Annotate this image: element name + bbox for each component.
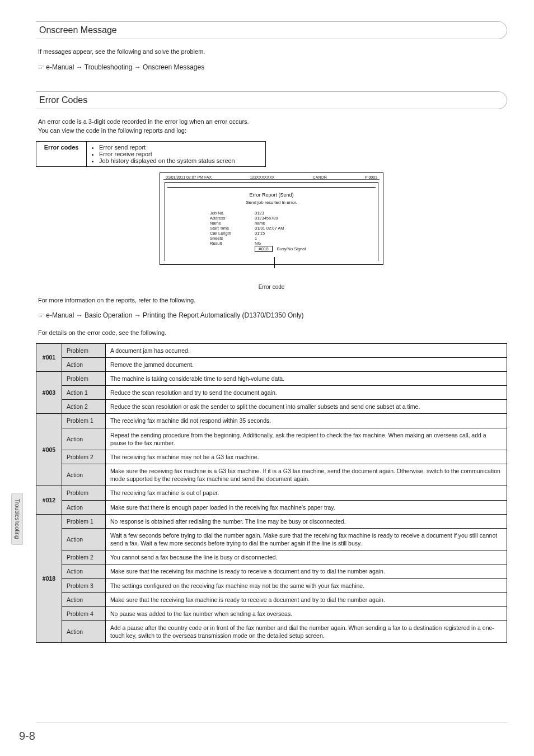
row-key: Action [62, 500, 106, 514]
breadcrumb-rest: Troubleshooting → Onscreen Messages [85, 63, 204, 71]
errorcodes-box-label: Error codes [36, 141, 87, 166]
report-field-key: Sheets [210, 236, 255, 241]
section-onscreen: Onscreen Message [36, 21, 507, 39]
error-code-cell: #018 [36, 514, 62, 643]
row-value: The receiving fax machine may not be a G… [106, 450, 507, 464]
table-row: ActionMake sure that there is enough pap… [36, 500, 507, 514]
row-value: Make sure that the receiving fax machine… [106, 564, 507, 578]
section-title-errorcodes: Error Codes [39, 95, 87, 105]
report-title: Error Report (Send) [167, 192, 376, 198]
row-value: Add a pause after the country code or in… [106, 621, 507, 643]
row-key: Action [62, 464, 106, 486]
report-field-key: Call Length [210, 231, 255, 236]
breadcrumb-prefix: ☞ e-Manual → [38, 311, 83, 319]
page-number: 9-8 [19, 730, 35, 743]
breadcrumb-prefix: ☞ e-Manual → [38, 63, 83, 71]
row-key: Problem 3 [62, 578, 106, 592]
table-row: Action 2Reduce the scan resolution or as… [36, 400, 507, 414]
report-top-left: 01/01/2011 02:07 PM FAX [166, 175, 212, 179]
list-item: Error receive report [99, 151, 260, 157]
row-key: Problem 2 [62, 450, 106, 464]
row-value: Remove the jammed document. [106, 357, 507, 371]
row-value: You cannot send a fax because the line i… [106, 550, 507, 564]
row-key: Problem 2 [62, 550, 106, 564]
onscreen-intro: If messages appear, see the following an… [38, 47, 507, 57]
table-row: Action 1Reduce the scan resolution and t… [36, 386, 507, 400]
section-title-onscreen: Onscreen Message [39, 25, 117, 35]
report-top-right-a: CANON [313, 175, 327, 179]
row-value: Repeat the sending procedure from the be… [106, 428, 507, 450]
report-fields: Job No.0123 Address0123456789 Namename S… [210, 211, 333, 252]
leader-line [274, 257, 275, 268]
error-codes-table: #001ProblemA document jam has occurred.A… [36, 343, 507, 643]
table-row: Problem 2You cannot send a fax because t… [36, 550, 507, 564]
error-report-figure: 01/01/2011 02:07 PM FAX 123XXXXXXX CANON… [160, 172, 383, 290]
table-row: ActionRepeat the sending procedure from … [36, 428, 507, 450]
report-field-val: 01/01 02:07 AM [255, 226, 333, 231]
row-key: Action 1 [62, 386, 106, 400]
row-key: Action [62, 528, 106, 550]
footer-rule [36, 722, 507, 722]
list-item: Error send report [99, 144, 260, 151]
row-key: Action [62, 621, 106, 643]
row-value: Make sure that there is enough paper loa… [106, 500, 507, 514]
row-value: No pause was added to the fax number whe… [106, 606, 507, 620]
row-key: Problem 4 [62, 606, 106, 620]
table-row: ActionMake sure that the receiving fax m… [36, 564, 507, 578]
row-key: Action [62, 357, 106, 371]
table-row: #005Problem 1The receiving fax machine d… [36, 414, 507, 428]
table-row: #012ProblemThe receiving fax machine is … [36, 486, 507, 500]
row-key: Action [62, 592, 106, 606]
report-top-right-b: P 0001 [365, 175, 377, 179]
row-key: Action [62, 564, 106, 578]
row-key: Problem [62, 371, 106, 385]
error-code-cell: #012 [36, 486, 62, 514]
after-figure-breadcrumb: ☞ e-Manual → Basic Operation → Printing … [38, 310, 507, 320]
figure-caption: Error code [160, 284, 383, 290]
report-subtitle: Send job resulted in error. [167, 200, 376, 205]
table-row: ActionAdd a pause after the country code… [36, 621, 507, 643]
row-value: Make sure the receiving fax machine is a… [106, 464, 507, 486]
onscreen-breadcrumb: ☞ e-Manual → Troubleshooting → Onscreen … [38, 62, 507, 72]
report-field-key: Address [210, 216, 255, 221]
row-value: The machine is taking considerable time … [106, 371, 507, 385]
error-code-cell: #003 [36, 371, 62, 414]
row-key: Action 2 [62, 400, 106, 414]
error-code-cell: #001 [36, 343, 62, 371]
table-row: #001ProblemA document jam has occurred. [36, 343, 507, 357]
row-key: Problem 1 [62, 414, 106, 428]
report-field-val: 0123456789 [255, 216, 333, 221]
row-value: A document jam has occurred. [106, 343, 507, 357]
report-field-val: name [255, 221, 333, 226]
breadcrumb-rest: Basic Operation → Printing the Report Au… [85, 311, 304, 319]
row-value: The settings configured on the receiving… [106, 578, 507, 592]
row-value: The receiving fax machine did not respon… [106, 414, 507, 428]
table-row: #003ProblemThe machine is taking conside… [36, 371, 507, 385]
report-field-val: 1 [255, 236, 333, 241]
row-value: Reduce the scan resolution and try to se… [106, 386, 507, 400]
table-row: ActionRemove the jammed document. [36, 357, 507, 371]
report-field-val: 0123 [255, 211, 333, 216]
row-key: Problem [62, 486, 106, 500]
row-value: The receiving fax machine is out of pape… [106, 486, 507, 500]
list-item: Job history displayed on the system stat… [99, 157, 260, 164]
errorcodes-box-items: Error send report Error receive report J… [87, 141, 266, 166]
row-key: Problem [62, 343, 106, 357]
report-top-mid: 123XXXXXXX [250, 175, 274, 179]
table-row: ActionMake sure the receiving fax machin… [36, 464, 507, 486]
table-row: ActionMake sure that the receiving fax m… [36, 592, 507, 606]
table-row: ActionWait a few seconds before trying t… [36, 528, 507, 550]
row-value: Reduce the scan resolution or ask the se… [106, 400, 507, 414]
after-figure-1: For more information on the reports, ref… [38, 296, 507, 305]
row-value: Make sure that the receiving fax machine… [106, 592, 507, 606]
errorcodes-intro: An error code is a 3-digit code recorded… [38, 117, 507, 136]
report-result-reason: Busy/No Signal [277, 246, 306, 251]
row-value: Wait a few seconds before trying to dial… [106, 528, 507, 550]
row-value: No response is obtained after redialing … [106, 514, 507, 528]
table-row: Problem 3The settings configured on the … [36, 578, 507, 592]
table-row: Problem 2The receiving fax machine may n… [36, 450, 507, 464]
report-field-key: Job No. [210, 211, 255, 216]
report-result-code: #018 [255, 246, 273, 252]
table-row: #018Problem 1No response is obtained aft… [36, 514, 507, 528]
report-field-val: 01'15 [255, 231, 333, 236]
